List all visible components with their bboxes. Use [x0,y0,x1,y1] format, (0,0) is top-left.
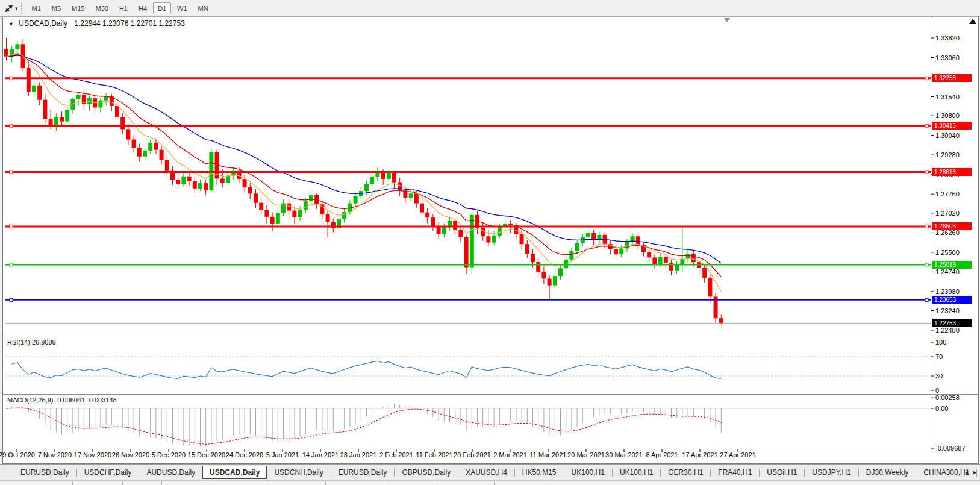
price-tick-label: 1.30040 [935,132,960,139]
date-label: 8 Apr 2021 [646,451,678,458]
chart-ohlc-values: 1.22944 1.23076 1.22701 1.22753 [74,19,185,28]
date-label: 11 Mar 2021 [530,451,567,458]
chart-tab-usdcad-daily[interactable]: USDCAD,Daily [202,466,267,479]
date-label: 5 Dec 2020 [152,451,186,458]
tab-scroll-right-icon[interactable]: ▸ [973,469,978,475]
rsi-tick-label: 0 [935,387,939,394]
date-label: 20 Feb 2021 [454,451,491,458]
status-cell-separator [325,481,326,485]
chart-tab-xauusd-h4[interactable]: XAUUSD,H4 [458,466,514,479]
price-tick-label: 1.31540 [935,93,960,101]
price-tick-label: 1.33820 [935,34,960,42]
chart-tab-uk100-h1[interactable]: UK100,H1 [564,466,612,479]
chart-tab-fra40-h1[interactable]: FRA40,H1 [711,466,759,479]
macd-indicator-label: MACD(12,26,9) -0.006041 -0.003148 [7,396,117,404]
chart-tab-audusd-daily[interactable]: AUDUSD,Daily [139,466,202,479]
timeframe-toolbar: ▾ M1M5M15M30H1H4D1W1MN [0,0,980,17]
price-tick-label: 1.23980 [935,288,960,295]
level-price-tag: 1.25019 [932,261,972,269]
rsi-indicator-label: RSI(14) 26.9089 [7,339,56,346]
timeframe-button-m1[interactable]: M1 [27,2,46,14]
status-cell-separator [607,481,607,485]
status-bar [0,480,980,485]
price-tick-label: 1.30800 [935,112,960,119]
status-cell-separator [122,481,123,485]
tab-scroll-left-icon[interactable]: ◂ [965,469,970,475]
mt4-terminal: ▾ M1M5M15M30H1H4D1W1MN ▼ USDCAD,Daily 1.… [0,0,980,485]
status-cell-separator [267,481,267,485]
date-label: 2 Mar 2021 [493,451,527,458]
date-label: 27 Apr 2021 [720,451,755,458]
price-tick-label: 1.33060 [935,54,960,61]
price-tick-label: 1.25500 [935,249,960,256]
chart-tabs: EURUSD,DailyUSDCHF,DailyAUDUSD,DailyUSDC… [13,466,980,479]
status-cell-separator [551,481,551,485]
price-tick-label: 1.23240 [935,307,960,314]
chart-title-caret-icon[interactable]: ▼ [8,21,14,27]
level-price-tag: 1.28616 [932,168,972,176]
date-label: 26 Nov 2020 [112,451,149,458]
date-label: 14 Jan 2021 [302,451,339,458]
chart-tab-usoil-h1[interactable]: USOil,H1 [760,466,804,479]
chart-tab-usdcnh-daily[interactable]: USDCNH,Daily [267,466,330,479]
timeframe-button-mn[interactable]: MN [193,2,213,14]
toolbar-caret-icon[interactable]: ▾ [15,5,18,11]
timeframe-button-m30[interactable]: M30 [91,2,113,14]
date-label: 2 Feb 2021 [379,451,413,458]
timeframe-button-w1[interactable]: W1 [172,2,192,14]
timeframe-button-h1[interactable]: H1 [114,2,133,14]
price-tick-label: 1.24740 [935,268,960,275]
timeframe-button-m5[interactable]: M5 [47,2,66,14]
date-label: 15 Dec 2020 [188,451,225,458]
date-label: 29 Oct 2020 [0,451,35,458]
level-price-tag: 1.32258 [932,74,972,82]
chart-tab-usdchf-daily[interactable]: USDCHF,Daily [77,466,139,479]
date-label: 20 Mar 2021 [567,451,605,458]
date-label: 17 Nov 2020 [74,451,111,458]
chart-tab-eurusd-daily[interactable]: EURUSD,Daily [331,466,395,479]
chart-title: ▼ USDCAD,Daily 1.22944 1.23076 1.22701 1… [8,19,185,28]
chart-tab-hk50-m15[interactable]: HK50,M15 [515,466,564,479]
date-label: 5 Jan 2021 [266,451,299,458]
chart-cursor-icon[interactable] [3,2,15,14]
price-tick-label: 1.29280 [935,151,960,158]
chart-tab-eurusd-daily[interactable]: EURUSD,Daily [13,466,76,479]
price-tick-label: 1.22480 [935,327,960,334]
toolbar-separator [219,2,219,14]
date-label: 7 Nov 2020 [38,451,72,458]
macd-tick-label: -0.009687 [935,445,966,452]
level-price-tag: 1.26503 [932,222,972,230]
chart-tab-gbpusd-daily[interactable]: GBPUSD,Daily [395,466,458,479]
date-label: 30 Mar 2021 [605,451,643,458]
date-label: 23 Jan 2021 [340,451,377,458]
chart-tab-usdjpy-h1[interactable]: USDJPY,H1 [805,466,858,479]
level-price-tag: 1.23653 [932,296,972,304]
status-cell-separator [211,481,211,485]
status-cell-separator [161,481,162,485]
timeframe-button-d1[interactable]: D1 [153,2,171,14]
status-cell-separator [494,481,495,485]
chart-window [2,17,979,464]
rsi-tick-label: 30 [935,372,943,380]
status-cell-separator [72,481,73,485]
status-cell-separator [663,481,663,485]
date-label: 17 Apr 2021 [682,451,717,458]
macd-tick-label: 0.00 [935,405,948,412]
chart-tab-ger30-h1[interactable]: GER30,H1 [661,466,710,479]
timeframe-buttons: M1M5M15M30H1H4D1W1MN [27,2,214,14]
rsi-tick-label: 70 [935,353,943,360]
date-label: 11 Feb 2021 [416,451,453,458]
toolbar-grip-handle[interactable] [21,3,22,14]
price-tick-label: 1.27020 [935,210,960,217]
status-cell-separator [381,481,381,485]
level-price-tag: 1.30415 [932,122,972,130]
tab-scroll-buttons: ◂ ▸ [965,469,978,475]
price-tick-label: 1.27760 [935,190,960,198]
rsi-tick-label: 100 [935,339,946,346]
macd-tick-label: 0.00258 [935,394,960,401]
timeframe-button-m15[interactable]: M15 [67,2,89,14]
chart-tab-dj30-weekly[interactable]: DJ30,Weekly [859,466,916,479]
status-cell-separator [437,481,437,485]
timeframe-button-h4[interactable]: H4 [134,2,152,14]
chart-tab-uk100-h1[interactable]: UK100,H1 [613,466,660,479]
